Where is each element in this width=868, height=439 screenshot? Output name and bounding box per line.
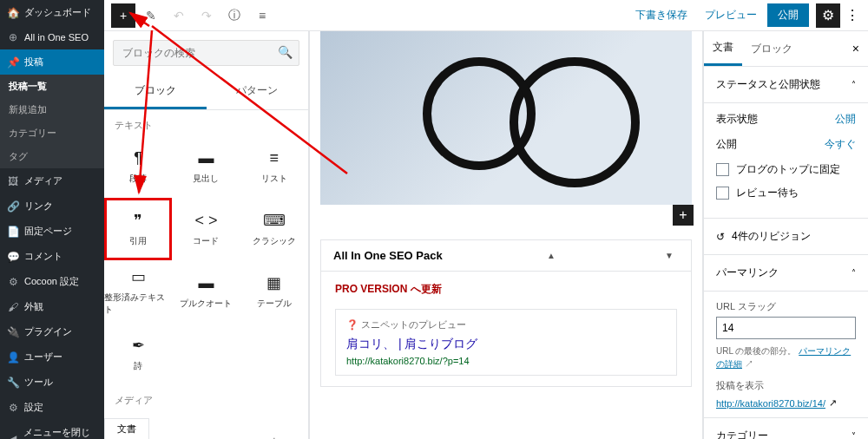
search-icon: 🔍 bbox=[278, 45, 293, 59]
publish-button[interactable]: 公開 bbox=[767, 3, 809, 27]
block-code[interactable]: < >コード bbox=[172, 198, 240, 260]
brush-icon: 🖌 bbox=[7, 301, 19, 313]
checkbox-icon bbox=[716, 163, 729, 176]
chevron-up-icon: ˄ bbox=[852, 80, 856, 89]
redo-button[interactable]: ↷ bbox=[194, 3, 219, 28]
block-pullquote[interactable]: ▬プルクオート bbox=[172, 260, 240, 323]
block-search-input[interactable] bbox=[113, 40, 299, 66]
block-paragraph[interactable]: ¶段落 bbox=[104, 135, 172, 198]
seo-icon: ⊕ bbox=[7, 31, 19, 43]
sidebar-item-pages[interactable]: 📄固定ページ bbox=[0, 219, 104, 244]
block-verse[interactable]: ✒詩 bbox=[104, 323, 172, 385]
sidebar-item-links[interactable]: 🔗リンク bbox=[0, 193, 104, 219]
subitem-post-list[interactable]: 投稿一覧 bbox=[0, 75, 104, 98]
sidebar-item-appearance[interactable]: 🖌外観 bbox=[0, 294, 104, 319]
editor-canvas[interactable]: + All In One SEO Pack ▲ ▼ PRO VERSION へ更… bbox=[309, 31, 703, 439]
info-button[interactable]: ⓘ bbox=[222, 3, 247, 28]
sidebar-item-users[interactable]: 👤ユーザー bbox=[0, 344, 104, 370]
tab-document[interactable]: 文書 bbox=[704, 31, 742, 66]
settings-toggle-button[interactable]: ⚙ bbox=[816, 3, 840, 28]
chevron-down-icon: ˅ bbox=[852, 431, 856, 439]
admin-sidebar: 🏠ダッシュボード ⊕All in One SEO 📌投稿 投稿一覧 新規追加 カ… bbox=[0, 0, 104, 439]
block-gallery[interactable]: ▭ bbox=[172, 410, 240, 439]
workarea: 🔍 ブロック パターン テキスト ¶段落 ▬見出し ≡リスト ❞引用 < >コー… bbox=[104, 31, 868, 439]
panel-permalink[interactable]: パーマリンク˄ bbox=[704, 255, 868, 292]
close-settings-button[interactable]: × bbox=[844, 42, 868, 56]
comment-icon: 💬 bbox=[7, 251, 19, 263]
revisions-link[interactable]: ↺4件のリビジョン bbox=[704, 219, 868, 255]
classic-icon: ⌨ bbox=[263, 211, 286, 230]
slug-label: URL スラッグ bbox=[716, 300, 856, 313]
sidebar-item-tools[interactable]: 🔧ツール bbox=[0, 370, 104, 395]
subitem-add-new[interactable]: 新規追加 bbox=[0, 98, 104, 121]
sidebar-collapse[interactable]: ◀メニューを閉じる bbox=[0, 420, 104, 439]
verse-icon: ✒ bbox=[132, 336, 145, 355]
pin-icon: 📌 bbox=[7, 56, 19, 69]
undo-button[interactable]: ↶ bbox=[167, 3, 191, 28]
subitem-categories[interactable]: カテゴリー bbox=[0, 121, 104, 145]
audio-icon: ♪ bbox=[270, 433, 278, 440]
featured-image[interactable]: + bbox=[320, 31, 692, 205]
block-quote[interactable]: ❞引用 bbox=[104, 198, 172, 260]
sidebar-item-media[interactable]: 🖼メディア bbox=[0, 168, 104, 193]
bottom-document-tab[interactable]: 文書 bbox=[104, 418, 149, 439]
pre-icon: ▭ bbox=[131, 267, 146, 286]
sticky-checkbox[interactable]: ブログのトップに固定 bbox=[716, 162, 856, 177]
block-audio[interactable]: ♪ bbox=[240, 410, 308, 439]
permalink-url[interactable]: http://katakori8270.biz/14/ bbox=[716, 398, 825, 409]
block-grid-text: ¶段落 ▬見出し ≡リスト ❞引用 < >コード ⌨クラシック ▭整形済みテキス… bbox=[104, 135, 308, 385]
block-table[interactable]: ▦テーブル bbox=[240, 260, 308, 323]
list-icon: ≡ bbox=[270, 149, 279, 167]
section-media-label: メディア bbox=[104, 385, 308, 410]
metabox-down-icon[interactable]: ▼ bbox=[660, 251, 679, 260]
metabox-up-icon[interactable]: ▲ bbox=[542, 251, 561, 260]
inserter-tabs: ブロック パターン bbox=[104, 75, 308, 110]
slug-hint: URL の最後の部分。 パーマリンクの詳細 ↗ bbox=[716, 344, 856, 370]
edit-mode-button[interactable]: ✎ bbox=[139, 3, 163, 28]
history-icon: ↺ bbox=[716, 231, 725, 243]
table-icon: ▦ bbox=[266, 273, 281, 292]
main: + ✎ ↶ ↷ ⓘ ≡ 下書き保存 プレビュー 公開 ⚙ ⋮ 🔍 ブロック パタ… bbox=[104, 0, 868, 439]
add-block-button[interactable]: + bbox=[111, 3, 135, 28]
tab-blocks[interactable]: ブロック bbox=[104, 75, 207, 109]
add-block-inline-button[interactable]: + bbox=[673, 205, 694, 226]
collapse-icon: ◀ bbox=[7, 433, 18, 439]
pullquote-icon: ▬ bbox=[198, 274, 214, 292]
sidebar-item-posts[interactable]: 📌投稿 bbox=[0, 49, 104, 75]
preview-link[interactable]: プレビュー bbox=[705, 8, 757, 23]
page-icon: 📄 bbox=[7, 226, 19, 238]
outline-button[interactable]: ≡ bbox=[250, 3, 274, 28]
pending-checkbox[interactable]: レビュー待ち bbox=[716, 186, 856, 200]
save-draft-link[interactable]: 下書き保存 bbox=[635, 8, 687, 23]
panel-category[interactable]: カテゴリー˅ bbox=[704, 418, 868, 439]
sidebar-item-plugins[interactable]: 🔌プラグイン bbox=[0, 319, 104, 344]
block-heading[interactable]: ▬見出し bbox=[172, 135, 240, 198]
publish-value[interactable]: 今すぐ bbox=[825, 137, 856, 152]
block-classic[interactable]: ⌨クラシック bbox=[240, 198, 308, 260]
pro-upgrade-link[interactable]: PRO VERSION へ更新 bbox=[335, 283, 442, 295]
sidebar-item-settings[interactable]: ⚙設定 bbox=[0, 395, 104, 420]
snippet-preview: ❓ スニペットのプレビュー 肩コリ、 | 肩こりブログ http://katak… bbox=[335, 309, 677, 376]
gear-icon: ⚙ bbox=[7, 402, 19, 414]
slug-input[interactable] bbox=[716, 317, 856, 339]
topbar: + ✎ ↶ ↷ ⓘ ≡ 下書き保存 プレビュー 公開 ⚙ ⋮ bbox=[104, 0, 868, 31]
block-list[interactable]: ≡リスト bbox=[240, 135, 308, 198]
publish-label: 公開 bbox=[716, 137, 737, 152]
more-menu-button[interactable]: ⋮ bbox=[844, 7, 861, 23]
media-icon: 🖼 bbox=[7, 175, 19, 187]
gallery-icon: ▭ bbox=[199, 432, 214, 439]
plug-icon: 🔌 bbox=[7, 326, 19, 338]
code-icon: < > bbox=[194, 212, 217, 230]
block-preformatted[interactable]: ▭整形済みテキスト bbox=[104, 260, 172, 323]
subitem-tags[interactable]: タグ bbox=[0, 145, 104, 168]
sidebar-item-comments[interactable]: 💬コメント bbox=[0, 244, 104, 269]
visibility-value[interactable]: 公開 bbox=[835, 112, 856, 127]
tab-block[interactable]: ブロック bbox=[742, 33, 801, 65]
sidebar-item-cocoon[interactable]: ⚙Cocoon 設定 bbox=[0, 269, 104, 294]
tab-patterns[interactable]: パターン bbox=[207, 75, 309, 109]
sidebar-item-aioseo[interactable]: ⊕All in One SEO bbox=[0, 25, 104, 49]
panel-status[interactable]: ステータスと公開状態˄ bbox=[704, 67, 868, 103]
heading-icon: ▬ bbox=[198, 149, 214, 167]
snippet-title: 肩コリ、 | 肩こりブログ bbox=[346, 337, 666, 352]
sidebar-item-dashboard[interactable]: 🏠ダッシュボード bbox=[0, 0, 104, 25]
